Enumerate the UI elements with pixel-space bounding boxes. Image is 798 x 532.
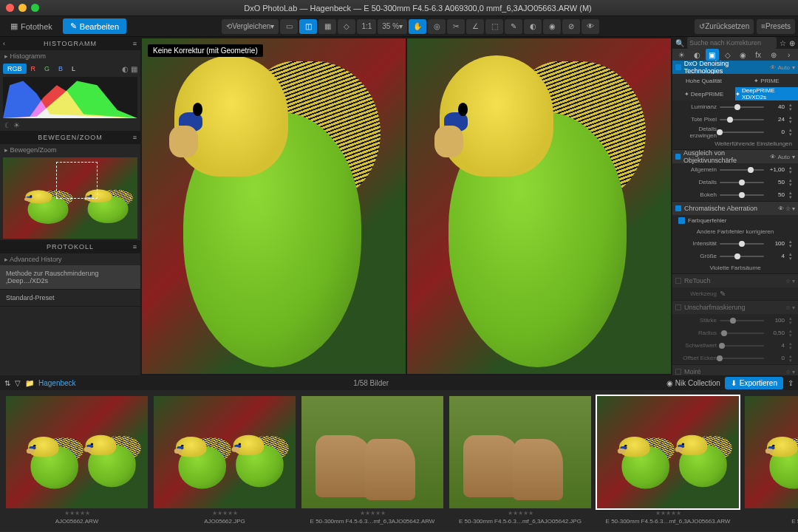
rgb-tab-rgb[interactable]: RGB: [3, 64, 27, 74]
light-icon[interactable]: ☀: [675, 49, 688, 61]
image-viewer[interactable]: Keine Korrektur (mit Geometrie): [140, 37, 672, 375]
view-single-icon[interactable]: ▭: [280, 19, 298, 34]
usm-staerke-slider[interactable]: Stärke100▴▾: [672, 314, 798, 327]
rating-stars[interactable]: ★★★★★: [301, 510, 443, 516]
denoise-tab-deepprime-xd[interactable]: ✦ DeepPRIME XD/XD2s: [735, 87, 798, 100]
rgb-tab-r[interactable]: R: [27, 64, 41, 74]
bokeh-slider[interactable]: Bokeh50▴▾: [672, 188, 798, 201]
tab-library-label: Fotothek: [21, 22, 52, 31]
rgb-tab-b[interactable]: B: [54, 64, 67, 74]
rating-stars[interactable]: ★★★★★: [449, 510, 591, 516]
zoom-select[interactable]: 35 % ▾: [378, 19, 407, 34]
preview-icon[interactable]: 👁: [582, 19, 599, 34]
rating-stars[interactable]: ★★★★★: [745, 510, 798, 516]
perspective-icon[interactable]: ⬚: [485, 19, 503, 34]
rating-stars[interactable]: ★★★★★: [597, 510, 739, 516]
watermark-icon[interactable]: fx: [751, 49, 765, 61]
thumbnail[interactable]: ★★★★★E 50-300mm F4.5-6.3…mf_6,3AJO05663.…: [597, 396, 739, 525]
minimize-icon[interactable]: [18, 4, 27, 12]
moire-header[interactable]: Moiré☆ ▾: [672, 365, 798, 375]
usm-header[interactable]: Unscharfmaskierung☆ ▾: [672, 301, 798, 314]
totepixel-slider[interactable]: Tote Pixel24▴▾: [672, 113, 798, 126]
denoise-advanced-link[interactable]: Weiterführende Einstellungen: [672, 138, 798, 149]
color-icon[interactable]: ◐: [690, 49, 703, 61]
thumbnail[interactable]: ★★★★★E 50-300mm F4…: [745, 396, 798, 525]
histogram-header[interactable]: ‹HISTOGRAMM≡: [0, 37, 140, 50]
protokoll-header[interactable]: PROTOKOLL≡: [0, 240, 140, 253]
thumbnail[interactable]: ★★★★★E 50-300mm F4.5-6.3…mf_6,3AJO05642.…: [449, 396, 591, 525]
crop-tool-icon[interactable]: ✂: [447, 19, 465, 34]
close-icon[interactable]: [6, 4, 14, 12]
history-item[interactable]: Standard-Preset: [0, 290, 140, 307]
denoise-tab-deepprime[interactable]: ✦ DeepPRIME: [672, 87, 735, 100]
histogram-clip-icons[interactable]: ◐ ▦: [122, 65, 137, 73]
fit-button[interactable]: 1:1: [357, 19, 376, 34]
movezoom-header[interactable]: BEWEGEN/ZOOM≡: [0, 131, 140, 144]
denoise-tab-prime[interactable]: ✦ PRIME: [735, 74, 798, 87]
tag-icon[interactable]: ⊘: [562, 19, 580, 34]
thumbnail[interactable]: ★★★★★AJO05662.JPG: [154, 396, 296, 525]
local-adj-icon[interactable]: ◐: [524, 19, 542, 34]
retouch-header[interactable]: ReTouch☆ ▾: [672, 274, 798, 287]
moire-title: Moiré: [684, 368, 701, 375]
denoise-tab-hq[interactable]: Hohe Qualität: [672, 74, 735, 87]
usm-offset-slider[interactable]: Offset Ecken0▴▾: [672, 352, 798, 364]
lens-header[interactable]: Ausgleich von Objektivunschärfe👁 Auto ▾: [672, 150, 798, 163]
corrections-search-input[interactable]: [687, 37, 777, 49]
viewer-after[interactable]: [407, 38, 671, 374]
tab-edit-label: Bearbeiten: [80, 22, 119, 31]
share-icon[interactable]: ⇪: [788, 379, 794, 387]
globe-icon[interactable]: ⊕: [789, 39, 795, 47]
filter-icon[interactable]: ▽: [15, 379, 21, 387]
denoise-header[interactable]: DxO Denoising Technologies👁 Auto ▾: [672, 61, 798, 74]
navigator-thumbnail[interactable]: [3, 157, 137, 239]
nik-collection-button[interactable]: ◉ Nik Collection: [666, 379, 720, 387]
rgb-tab-g[interactable]: G: [40, 64, 54, 74]
navigator-selection[interactable]: [56, 162, 98, 199]
allgemein-slider[interactable]: Allgemein+1,00▴▾: [672, 163, 798, 176]
rgb-tab-l[interactable]: L: [67, 64, 80, 74]
star-icon[interactable]: ☆: [780, 39, 786, 47]
crop-icon[interactable]: ◇: [338, 19, 355, 34]
thumbnail[interactable]: ★★★★★E 50-300mm F4.5-6.3…mf_6,3AJO05642.…: [301, 396, 443, 525]
menu-icon[interactable]: ›: [782, 49, 796, 61]
repair-icon[interactable]: ✎: [505, 19, 522, 34]
export-button[interactable]: ⬇ Exportieren: [725, 377, 783, 389]
farbquerfehler-check[interactable]: Farbquerfehler: [672, 215, 798, 226]
presets-button[interactable]: ≡ Presets: [757, 19, 795, 34]
tab-edit[interactable]: ✎ Bearbeiten: [63, 18, 126, 34]
usm-schwellwert-slider[interactable]: Schwellwert4▴▾: [672, 339, 798, 352]
zoom-icon[interactable]: [31, 4, 39, 12]
view-grid-icon[interactable]: ▦: [318, 19, 336, 34]
luminanz-slider[interactable]: Luminanz40▴▾: [672, 100, 798, 113]
horizon-icon[interactable]: ∠: [466, 19, 484, 34]
viewer-before[interactable]: Keine Korrektur (mit Geometrie): [142, 38, 406, 374]
view-split-icon[interactable]: ◫: [299, 19, 317, 34]
groesse-slider[interactable]: Größe4▴▾: [672, 250, 798, 262]
usm-radius-slider[interactable]: Radius0,50▴▾: [672, 327, 798, 339]
exposure-warn-icons[interactable]: ☾ ☀: [0, 120, 140, 131]
thumbnail[interactable]: ★★★★★AJO05662.ARW: [6, 396, 148, 525]
sort-icon[interactable]: ⇅: [4, 379, 10, 387]
more-icon[interactable]: ⊕: [767, 49, 780, 61]
history-item[interactable]: Methode zur Rauschminderung ‚Deep…/XD2s: [0, 265, 140, 290]
histogram-title: HISTOGRAMM: [44, 40, 97, 47]
filmstrip[interactable]: ★★★★★AJO05662.ARW★★★★★AJO05662.JPG★★★★★E…: [0, 390, 798, 531]
reset-label: Zurücksetzen: [705, 22, 749, 30]
ca-header[interactable]: Chromatische Aberration👁 ☆ ▾: [672, 202, 798, 215]
detail-icon[interactable]: ▣: [706, 49, 719, 61]
reset-button[interactable]: ↺ Zurücksetzen: [695, 19, 754, 34]
details-slider[interactable]: Details50▴▾: [672, 176, 798, 188]
breadcrumb[interactable]: Hagenbeck: [38, 379, 76, 387]
detailserzwingen-slider[interactable]: Details erzwingen0▴▾: [672, 126, 798, 138]
redeye-icon[interactable]: ◉: [543, 19, 561, 34]
target-icon[interactable]: ◎: [428, 19, 446, 34]
hand-tool-icon[interactable]: ✋: [409, 19, 426, 34]
compare-button[interactable]: ⟲ Vergleichen ▾: [222, 19, 279, 34]
tab-library[interactable]: ▦ Fotothek: [3, 18, 60, 34]
rating-stars[interactable]: ★★★★★: [6, 510, 148, 516]
local-icon[interactable]: ◉: [736, 49, 749, 61]
intensitaet-slider[interactable]: Intensität100▴▾: [672, 237, 798, 250]
geometry-icon[interactable]: ◇: [721, 49, 734, 61]
rating-stars[interactable]: ★★★★★: [154, 510, 296, 516]
